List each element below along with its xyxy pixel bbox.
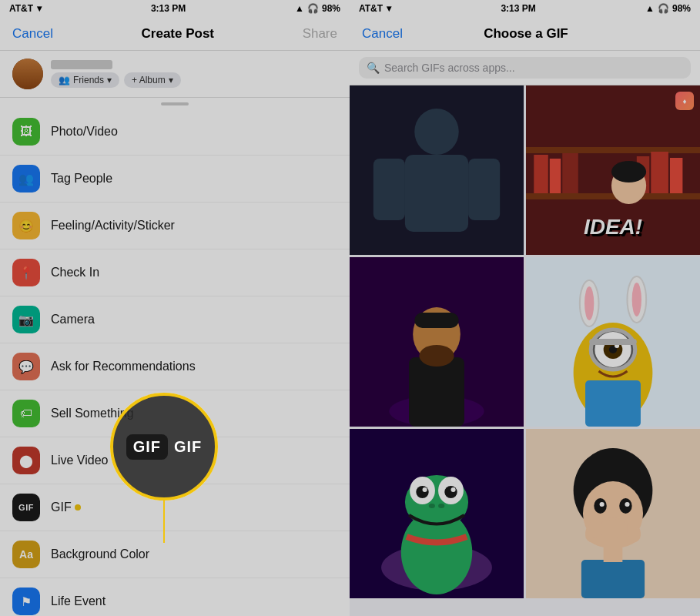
menu-item-gif[interactable]: GIF GIF <box>0 484 350 531</box>
life-event-label: Life Event <box>51 594 106 608</box>
menu-item-camera[interactable]: 📷 Camera <box>0 296 350 343</box>
svg-rect-13 <box>670 158 682 193</box>
left-status-right: ▲ 🎧 98% <box>295 3 340 14</box>
svg-point-46 <box>438 504 444 508</box>
album-chevron: ▾ <box>169 75 173 85</box>
svg-rect-10 <box>562 153 578 193</box>
gif-item-wrestler[interactable] <box>350 85 524 255</box>
camera-icon: 📷 <box>12 306 40 333</box>
menu-item-check-in[interactable]: 📍 Check In <box>0 249 350 296</box>
drag-handle-area <box>0 98 350 109</box>
share-button-left[interactable]: Share <box>303 26 337 42</box>
gif-label: GIF <box>51 500 72 514</box>
aa-icon-text: Aa <box>19 548 33 561</box>
feeling-icon: 😊 <box>12 212 40 239</box>
search-input-wrapper[interactable]: 🔍 Search GIFs across apps... <box>359 57 691 79</box>
right-nav-bar: Cancel Choose a GIF <box>350 17 700 51</box>
feeling-label: Feeling/Activity/Sticker <box>51 219 175 233</box>
friends-button[interactable]: 👥 Friends ▾ <box>51 72 119 88</box>
svg-rect-6 <box>526 193 700 199</box>
menu-item-sell-something[interactable]: 🏷 Sell Something <box>0 390 350 437</box>
ask-recommendations-icon: 💬 <box>12 353 40 380</box>
svg-point-45 <box>429 504 435 508</box>
gif-dot-indicator <box>75 504 81 511</box>
svg-rect-60 <box>581 560 645 598</box>
time-left: 3:13 PM <box>151 3 186 14</box>
avatar-image <box>12 59 43 89</box>
svg-rect-24 <box>585 380 641 427</box>
sell-something-icon: 🏷 <box>12 400 40 427</box>
album-label: + Album <box>132 75 166 85</box>
gif-item-idea[interactable]: IDEA! ♦ <box>526 85 700 255</box>
battery-left: 98% <box>322 3 340 14</box>
svg-rect-3 <box>373 159 405 220</box>
svg-point-42 <box>444 486 457 498</box>
right-panel: AT&T ▾ 3:13 PM ▲ 🎧 98% Cancel Choose a G… <box>350 0 700 616</box>
photo-video-icon: 🖼 <box>12 118 40 146</box>
girl-graphic <box>526 429 700 598</box>
check-in-icon: 📍 <box>12 259 40 286</box>
idea-text-overlay: IDEA! <box>584 215 642 239</box>
profile-name-placeholder <box>51 60 112 69</box>
menu-item-feeling[interactable]: 😊 Feeling/Activity/Sticker <box>0 203 350 249</box>
svg-rect-57 <box>602 519 611 538</box>
location-icon-left: ▲ <box>295 3 304 14</box>
svg-rect-30 <box>589 339 637 345</box>
svg-rect-21 <box>414 313 459 328</box>
kermit-graphic <box>350 429 524 598</box>
cancel-button-right[interactable]: Cancel <box>362 26 403 42</box>
photo-video-label: Photo/Video <box>51 125 118 139</box>
svg-point-53 <box>625 502 629 507</box>
menu-item-ask-recommendations[interactable]: 💬 Ask for Recommendations <box>0 343 350 390</box>
svg-point-33 <box>584 286 594 320</box>
gif-item-minion[interactable] <box>526 257 700 427</box>
gif-item-girl[interactable] <box>526 429 700 598</box>
wifi-icon-right: ▾ <box>387 3 391 14</box>
profile-info: 👥 Friends ▾ + Album ▾ <box>51 60 181 88</box>
search-placeholder-text: Search GIFs across apps... <box>384 62 515 74</box>
left-nav-bar: Cancel Create Post Share <box>0 17 350 51</box>
profile-buttons: 👥 Friends ▾ + Album ▾ <box>51 72 181 88</box>
svg-point-44 <box>450 487 455 492</box>
svg-rect-4 <box>468 159 500 220</box>
svg-rect-12 <box>651 152 668 193</box>
location-icon-right: ▲ <box>645 3 655 14</box>
right-status-bar: AT&T ▾ 3:13 PM ▲ 🎧 98% <box>350 0 700 17</box>
menu-list: 🖼 Photo/Video 👥 Tag People 😊 Feeling/Act… <box>0 109 350 616</box>
svg-point-20 <box>419 345 454 367</box>
svg-rect-18 <box>409 357 464 427</box>
svg-point-34 <box>632 283 641 316</box>
menu-item-live-video[interactable]: ⬤ Live Video <box>0 437 350 484</box>
battery-right: 98% <box>672 3 691 14</box>
right-status-left: AT&T ▾ <box>359 3 391 14</box>
svg-rect-7 <box>526 147 700 153</box>
idea-text: IDEA! <box>584 215 642 239</box>
svg-rect-58 <box>615 518 624 538</box>
friends-icon: 👥 <box>59 75 70 85</box>
svg-point-43 <box>423 487 427 492</box>
menu-item-tag-people[interactable]: 👥 Tag People <box>0 156 350 203</box>
friends-chevron: ▾ <box>107 75 112 85</box>
carrier-right: AT&T <box>359 3 383 14</box>
create-post-title: Create Post <box>142 26 214 42</box>
album-button[interactable]: + Album ▾ <box>124 72 181 88</box>
gif-icon: GIF <box>12 494 40 521</box>
cancel-button-left[interactable]: Cancel <box>12 26 53 42</box>
idea-accent-icon: ♦ <box>675 92 694 110</box>
background-color-icon: Aa <box>12 541 40 568</box>
carrier-left: AT&T <box>9 3 33 14</box>
menu-item-photo-video[interactable]: 🖼 Photo/Video <box>0 109 350 156</box>
svg-rect-59 <box>627 520 636 537</box>
camera-label: Camera <box>51 313 95 326</box>
sell-something-label: Sell Something <box>51 407 134 420</box>
gif-item-kermit[interactable] <box>350 429 524 598</box>
menu-item-background-color[interactable]: Aa Background Color <box>0 531 350 578</box>
time-right: 3:13 PM <box>501 3 535 14</box>
life-event-icon: ⚑ <box>12 588 40 615</box>
menu-item-life-event[interactable]: ⚑ Life Event <box>0 578 350 616</box>
gif-item-bearded[interactable] <box>350 257 524 427</box>
left-status-left: AT&T ▾ <box>9 3 42 14</box>
svg-point-15 <box>611 161 646 182</box>
check-in-label: Check In <box>51 266 99 280</box>
svg-rect-9 <box>550 159 561 193</box>
